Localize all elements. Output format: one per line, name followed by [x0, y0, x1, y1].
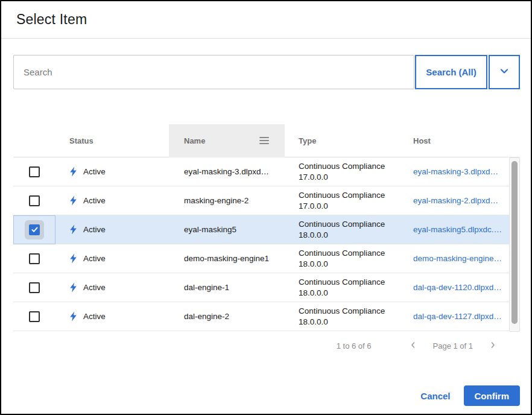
row-type-version-label: 17.0.0.0 — [299, 201, 399, 212]
row-type-version-label: 18.0.0.0 — [299, 288, 399, 299]
row-name-cell: demo-masking-engine1 — [169, 254, 285, 263]
cancel-button[interactable]: Cancel — [420, 391, 450, 401]
host-link[interactable]: dal-qa-dev-1120.dlpxd… — [413, 283, 502, 292]
dialog-header: Select Item — [1, 1, 531, 39]
host-link[interactable]: eyal-masking5.dlpxdc.… — [413, 225, 502, 234]
row-name-cell: dal-engine-1 — [169, 283, 285, 292]
row-status-label: Active — [83, 283, 106, 292]
row-host-cell: demo-masking-engine… — [399, 254, 511, 263]
items-table: Status Name Type Host — [13, 124, 520, 331]
row-type-cell: Continuous Compliance 18.0.0.0 — [285, 219, 399, 241]
row-name-label: dal-engine-2 — [184, 312, 229, 321]
table-row[interactable]: Active eyal-masking-3.dlpxd… Continuous … — [13, 157, 520, 186]
row-status-cell: Active — [55, 166, 169, 177]
row-checkbox-cell — [13, 273, 55, 302]
table-row[interactable]: Active dal-engine-2 Continuous Complianc… — [13, 302, 520, 331]
lightning-bolt-icon — [69, 311, 77, 322]
row-checkbox-cell — [13, 244, 55, 273]
checkbox-halo — [25, 249, 44, 268]
row-name-label: dal-engine-1 — [184, 283, 229, 292]
row-type-version-label: 18.0.0.0 — [299, 317, 399, 328]
lightning-bolt-icon — [69, 224, 77, 235]
host-link[interactable]: eyal-masking-3.dlpxd… — [413, 167, 498, 176]
column-header-name[interactable]: Name — [169, 124, 285, 157]
row-host-cell: dal-qa-dev-1127.dlpxd… — [399, 312, 511, 321]
row-type-label: Continuous Compliance — [299, 306, 399, 317]
host-link[interactable]: dal-qa-dev-1127.dlpxd… — [413, 312, 502, 321]
host-link[interactable]: eyal-masking-2.dlpxd… — [413, 196, 498, 205]
column-header-status[interactable]: Status — [55, 136, 169, 145]
row-name-label: eyal-masking-3.dlpxd… — [184, 167, 269, 176]
search-all-button[interactable]: Search (All) — [415, 55, 487, 89]
column-header-type[interactable]: Type — [285, 136, 399, 145]
row-status-cell: Active — [55, 282, 169, 293]
row-type-cell: Continuous Compliance 18.0.0.0 — [285, 277, 399, 299]
search-input[interactable] — [13, 55, 414, 89]
row-status-cell: Active — [55, 311, 169, 322]
table-row[interactable]: Active eyal-masking5 Continuous Complian… — [13, 215, 520, 244]
confirm-button[interactable]: Confirm — [464, 385, 521, 406]
row-type-label: Continuous Compliance — [299, 277, 399, 288]
row-type-cell: Continuous Compliance 17.0.0.0 — [285, 190, 399, 212]
scrollbar-thumb[interactable] — [511, 161, 518, 324]
checkbox-halo — [25, 220, 44, 239]
host-link[interactable]: demo-masking-engine… — [413, 254, 502, 263]
previous-page-button[interactable] — [407, 338, 420, 353]
row-host-cell: dal-qa-dev-1120.dlpxd… — [399, 283, 511, 292]
row-host-cell: eyal-masking-3.dlpxd… — [399, 167, 511, 176]
row-checkbox[interactable] — [29, 166, 40, 177]
checkbox-halo — [25, 278, 44, 297]
row-name-label: eyal-masking5 — [184, 225, 236, 234]
row-type-version-label: 17.0.0.0 — [299, 172, 399, 183]
row-status-cell: Active — [55, 224, 169, 235]
row-host-cell: eyal-masking5.dlpxdc.… — [399, 225, 511, 234]
row-type-cell: Continuous Compliance 17.0.0.0 — [285, 161, 399, 183]
row-name-cell: eyal-masking-3.dlpxd… — [169, 167, 285, 176]
chevron-left-icon — [409, 341, 417, 351]
row-name-cell: eyal-masking5 — [169, 225, 285, 234]
row-name-cell: masking-engine-2 — [169, 196, 285, 205]
column-menu-icon[interactable] — [259, 135, 269, 146]
row-checkbox-cell — [13, 186, 55, 215]
row-checkbox-cell — [13, 215, 55, 244]
row-type-cell: Continuous Compliance 18.0.0.0 — [285, 248, 399, 270]
row-checkbox[interactable] — [29, 253, 40, 264]
lightning-bolt-icon — [69, 282, 77, 293]
vertical-scrollbar[interactable] — [509, 157, 520, 332]
checkbox-halo — [25, 307, 44, 326]
chevron-down-icon — [499, 66, 510, 78]
row-type-version-label: 18.0.0.0 — [299, 259, 399, 270]
row-type-label: Continuous Compliance — [299, 219, 399, 230]
search-options-dropdown-button[interactable] — [489, 55, 520, 89]
row-checkbox[interactable] — [29, 224, 40, 235]
row-checkbox[interactable] — [29, 311, 40, 322]
search-bar: Search (All) — [13, 55, 520, 89]
row-checkbox[interactable] — [29, 195, 40, 206]
table-row[interactable]: Active masking-engine-2 Continuous Compl… — [13, 186, 520, 215]
table-row[interactable]: Active dal-engine-1 Continuous Complianc… — [13, 273, 520, 302]
pagination-page-text: Page 1 of 1 — [433, 341, 473, 350]
select-item-dialog: Select Item Search (All) Status Name Typ… — [0, 0, 532, 415]
row-type-version-label: 18.0.0.0 — [299, 230, 399, 241]
table-row[interactable]: Active demo-masking-engine1 Continuous C… — [13, 244, 520, 273]
row-type-cell: Continuous Compliance 18.0.0.0 — [285, 306, 399, 328]
column-header-host[interactable]: Host — [399, 136, 511, 145]
table-header-row: Status Name Type Host — [13, 124, 520, 157]
table-body: Active eyal-masking-3.dlpxd… Continuous … — [13, 157, 520, 331]
row-status-label: Active — [83, 312, 106, 321]
row-type-label: Continuous Compliance — [299, 161, 399, 172]
row-checkbox[interactable] — [29, 282, 40, 293]
lightning-bolt-icon — [69, 166, 77, 177]
dialog-footer: Cancel Confirm — [1, 385, 531, 406]
row-status-label: Active — [83, 225, 106, 234]
row-status-cell: Active — [55, 195, 169, 206]
pagination-bar: 1 to 6 of 6 Page 1 of 1 — [1, 335, 531, 356]
row-name-cell: dal-engine-2 — [169, 312, 285, 321]
pagination-range-text: 1 to 6 of 6 — [337, 341, 372, 350]
next-page-button[interactable] — [486, 338, 499, 353]
dialog-title: Select Item — [16, 11, 87, 28]
row-type-label: Continuous Compliance — [299, 248, 399, 259]
row-host-cell: eyal-masking-2.dlpxd… — [399, 196, 511, 205]
lightning-bolt-icon — [69, 253, 77, 264]
row-name-label: demo-masking-engine1 — [184, 254, 269, 263]
